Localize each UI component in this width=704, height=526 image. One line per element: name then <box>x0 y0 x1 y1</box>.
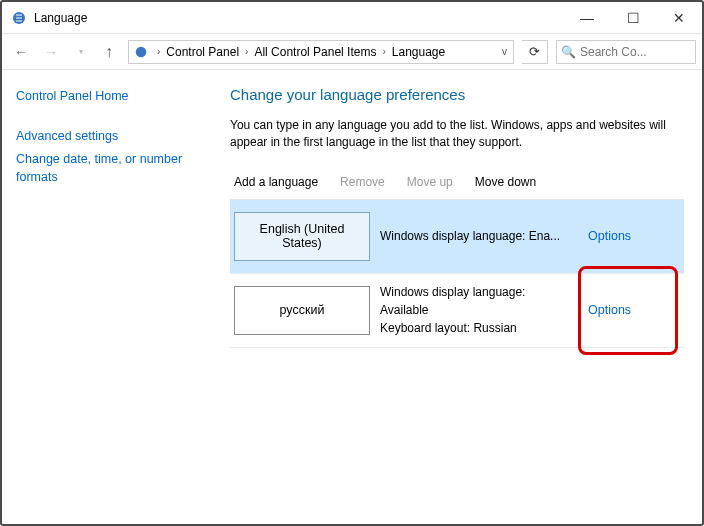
remove-button[interactable]: Remove <box>340 175 385 189</box>
breadcrumb-sep-icon[interactable]: › <box>378 46 389 57</box>
search-input[interactable] <box>580 45 680 59</box>
svg-point-1 <box>136 46 147 57</box>
sidebar-home-link[interactable]: Control Panel Home <box>16 88 208 106</box>
add-language-button[interactable]: Add a language <box>234 175 318 189</box>
maximize-button[interactable]: ☐ <box>610 2 656 34</box>
options-link-russian[interactable]: Options <box>588 303 631 317</box>
window-title: Language <box>34 11 87 25</box>
close-button[interactable]: ✕ <box>656 2 702 34</box>
page-heading: Change your language preferences <box>230 86 684 103</box>
address-icon <box>133 44 149 60</box>
language-options-cell-highlighted: Options <box>588 274 684 347</box>
sidebar: Control Panel Home Advanced settings Cha… <box>2 70 222 524</box>
breadcrumb-language[interactable]: Language <box>390 45 447 59</box>
search-icon: 🔍 <box>561 45 576 59</box>
language-row-english[interactable]: English (United States) Windows display … <box>230 200 684 274</box>
back-button[interactable]: ← <box>8 39 34 65</box>
title-bar: Language — ☐ ✕ <box>2 2 702 34</box>
main-panel: Change your language preferences You can… <box>222 70 702 524</box>
address-bar[interactable]: › Control Panel › All Control Panel Item… <box>128 40 514 64</box>
language-info-english: Windows display language: Ena... <box>380 200 588 273</box>
language-tile-russian[interactable]: русский <box>234 286 370 335</box>
app-icon <box>10 9 28 27</box>
breadcrumb-control-panel[interactable]: Control Panel <box>164 45 241 59</box>
page-description: You can type in any language you add to … <box>230 117 684 151</box>
window-controls: — ☐ ✕ <box>564 2 702 34</box>
options-link-english[interactable]: Options <box>588 229 631 243</box>
move-down-button[interactable]: Move down <box>475 175 536 189</box>
language-info-line: Available <box>380 301 525 319</box>
minimize-button[interactable]: — <box>564 2 610 34</box>
refresh-button[interactable]: ⟳ <box>522 40 548 64</box>
language-info-line: Keyboard layout: Russian <box>380 319 525 337</box>
address-dropdown[interactable]: v <box>496 46 513 57</box>
language-row-russian[interactable]: русский Windows display language: Availa… <box>230 274 684 348</box>
move-up-button[interactable]: Move up <box>407 175 453 189</box>
language-toolbar: Add a language Remove Move up Move down <box>230 169 684 200</box>
sidebar-advanced-link[interactable]: Advanced settings <box>16 128 208 146</box>
up-button[interactable]: ↑ <box>98 39 120 65</box>
language-info-line: Windows display language: <box>380 283 525 301</box>
recent-dropdown[interactable]: ▾ <box>68 39 94 65</box>
language-tile-english[interactable]: English (United States) <box>234 212 370 261</box>
sidebar-datetime-link[interactable]: Change date, time, or number formats <box>16 151 208 186</box>
content-body: Control Panel Home Advanced settings Cha… <box>2 70 702 524</box>
search-box[interactable]: 🔍 <box>556 40 696 64</box>
language-options-cell: Options <box>588 200 684 273</box>
breadcrumb-sep-icon[interactable]: › <box>241 46 252 57</box>
nav-bar: ← → ▾ ↑ › Control Panel › All Control Pa… <box>2 34 702 70</box>
forward-button[interactable]: → <box>38 39 64 65</box>
language-info-russian: Windows display language: Available Keyb… <box>380 274 588 347</box>
breadcrumb-all-items[interactable]: All Control Panel Items <box>252 45 378 59</box>
breadcrumb-sep-icon[interactable]: › <box>153 46 164 57</box>
